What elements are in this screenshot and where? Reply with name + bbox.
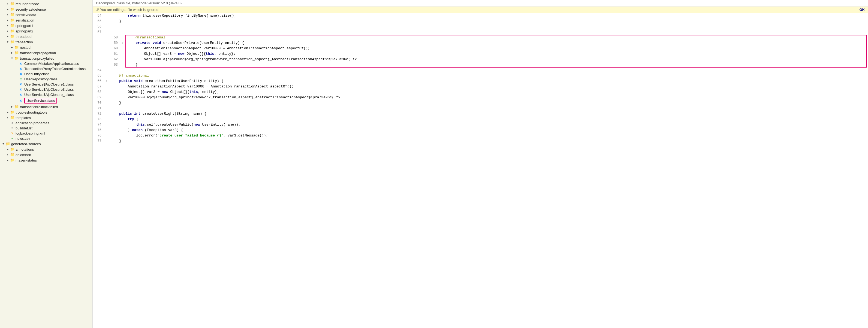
tree-arrow: ▶ xyxy=(5,153,10,156)
sidebar-item-generated-sources[interactable]: ▼📁generated-sources xyxy=(0,141,92,146)
sidebar-item-UserRepository[interactable]: IUserRepository.class xyxy=(0,76,92,82)
line-number: 63 xyxy=(109,62,120,68)
code-text: public int createUserRight(String name) … xyxy=(109,111,868,117)
tree-arrow: ▼ xyxy=(10,57,14,60)
sidebar-item-securitylastdefense[interactable]: ▶📁securitylastdefense xyxy=(0,6,92,12)
sidebar-item-TransactionProxyFailedController[interactable]: CTransactionProxyFailedController.class xyxy=(0,66,92,71)
code-text: } xyxy=(109,100,868,106)
sidebar-item-label: TransactionProxyFailedController.class xyxy=(24,67,86,71)
line-number: 57 xyxy=(93,29,103,35)
sidebar-item-news.csv[interactable]: ≡news.csv xyxy=(0,136,92,141)
sidebar-item-transactionpropagation[interactable]: ▶📁transactionpropagation xyxy=(0,50,92,56)
ok-button[interactable]: OK xyxy=(860,8,865,12)
info-bar: Decompiled .class file, bytecode version… xyxy=(93,0,868,6)
tree-arrow: ▶ xyxy=(10,51,14,55)
folder-icon: 📁 xyxy=(10,24,15,28)
file-tree[interactable]: ▶📁redundantcode▶📁securitylastdefense▶📁se… xyxy=(0,0,93,328)
code-text: @Transactional xyxy=(125,35,867,40)
sidebar-item-transactionrollbackfailed[interactable]: ▶📁transactionrollbackfailed xyxy=(0,104,92,109)
sidebar-item-delombok[interactable]: ▶📁delombok xyxy=(0,152,92,158)
folder-icon: 📁 xyxy=(10,40,15,44)
sidebar-item-sensitivedata[interactable]: ▶📁sensitivedata xyxy=(0,12,92,18)
line-number: 70 xyxy=(93,100,103,106)
code-line: 70 } xyxy=(93,100,868,106)
sidebar-item-logback-spring.xml[interactable]: Xlogback-spring.xml xyxy=(0,131,92,136)
line-number: 55 xyxy=(93,19,103,24)
csv-icon: ≡ xyxy=(10,137,15,140)
sidebar-item-label: generated-sources xyxy=(11,142,41,146)
code-line: 77 } xyxy=(93,138,868,144)
sidebar-item-label: sensitivedata xyxy=(16,13,36,17)
class-icon: C xyxy=(19,62,24,65)
sidebar-item-label: maven-status xyxy=(16,158,37,162)
code-line: 61 Object[] var3 = new Object[]{this, en… xyxy=(109,51,867,57)
tree-arrow: ▶ xyxy=(5,35,10,38)
code-line: 71 xyxy=(93,106,868,111)
code-text: } xyxy=(125,62,867,68)
folder-icon: 📁 xyxy=(14,45,19,50)
sidebar-item-label: threadpool xyxy=(16,35,32,39)
sidebar-item-springpart1[interactable]: ▶📁springpart1 xyxy=(0,23,92,28)
line-number: 56 xyxy=(93,24,103,29)
sidebar-item-label: news.csv xyxy=(16,136,30,140)
code-line: 55 } xyxy=(93,19,868,24)
code-line: 57 xyxy=(93,29,868,35)
sidebar-item-templates[interactable]: ▶📁templates xyxy=(0,115,92,121)
sidebar-item-UserServiceAjcClosure1[interactable]: CUserService$AjcClosure1.class xyxy=(0,82,92,87)
tree-arrow: ▶ xyxy=(5,116,10,119)
sidebar-item-springpart2[interactable]: ▶📁springpart2 xyxy=(0,28,92,34)
sidebar-item-transactionproxyfailed[interactable]: ▼📁transactionproxyfailed xyxy=(0,56,92,61)
class-icon: C xyxy=(19,93,24,96)
line-number: 72 xyxy=(93,111,103,117)
line-number: 75 xyxy=(93,128,103,133)
line-number: 61 xyxy=(109,51,120,57)
sidebar-item-troubleshootingtools[interactable]: ▶📁troubleshootingtools xyxy=(0,109,92,115)
folder-icon: 📁 xyxy=(14,105,19,109)
tree-arrow: ▶ xyxy=(5,8,10,11)
code-text: Object[] var3 = new Object[]{this, entit… xyxy=(125,51,867,57)
interface-icon: I xyxy=(19,78,24,81)
gutter-icon: ◇ xyxy=(103,78,109,84)
sidebar-item-threadpool[interactable]: ▶📁threadpool xyxy=(0,34,92,39)
sidebar-item-label: delombok xyxy=(16,153,31,157)
sidebar-item-UserServiceAjcClosure3[interactable]: CUserService$AjcClosure3.class xyxy=(0,87,92,92)
code-editor[interactable]: 54 return this.userRepository.findByName… xyxy=(93,13,868,328)
code-text: log.error("create user failed because {}… xyxy=(109,133,868,138)
line-number: 67 xyxy=(93,84,103,89)
code-line: 73 try { xyxy=(93,117,868,122)
folder-icon: 📁 xyxy=(10,2,15,6)
sidebar-item-transaction[interactable]: ▼📁transaction xyxy=(0,39,92,45)
code-text: AnnotationTransactionAspect var10000 = A… xyxy=(125,46,867,51)
sidebar-item-label: application.properties xyxy=(16,121,49,125)
sidebar-item-UserEntity[interactable]: CUserEntity.class xyxy=(0,71,92,76)
sidebar-item-nested[interactable]: ▶📁nested xyxy=(0,45,92,50)
sidebar-item-UserService[interactable]: CUserService.class xyxy=(0,97,92,104)
code-text: } xyxy=(109,138,868,144)
folder-icon: 📁 xyxy=(10,34,15,39)
line-number: 54 xyxy=(93,13,103,19)
tree-arrow: ▶ xyxy=(5,159,10,162)
code-text: try { xyxy=(109,117,868,122)
code-text: } xyxy=(109,19,868,24)
sidebar-item-builddef.lst[interactable]: ≡builddef.lst xyxy=(0,126,92,131)
code-line: 69 var10000.ajc$around$org_springframewo… xyxy=(93,95,868,100)
highlighted-code-region: 58 @Transactional59◇ private void create… xyxy=(109,35,867,68)
code-text: private void createUserPrivate(UserEntit… xyxy=(125,40,867,46)
sidebar-item-redundantcode[interactable]: ▶📁redundantcode xyxy=(0,1,92,6)
code-text: Object[] var3 = new Object[]{this, entit… xyxy=(109,89,868,95)
code-line: 62 var10000.ajc$around$org_springframewo… xyxy=(109,57,867,62)
sidebar-item-maven-status[interactable]: ▶📁maven-status xyxy=(0,158,92,163)
sidebar-item-annotations[interactable]: ▶📁annotations xyxy=(0,146,92,152)
line-number: 68 xyxy=(93,89,103,95)
sidebar-item-application.properties[interactable]: ⚙application.properties xyxy=(0,121,92,126)
tree-arrow: ▶ xyxy=(5,19,10,22)
sidebar-item-label: UserService.class xyxy=(24,98,57,103)
sidebar-item-serialization[interactable]: ▶📁serialization xyxy=(0,18,92,23)
line-number: 58 xyxy=(109,35,120,40)
tree-arrow: ▶ xyxy=(10,105,14,108)
sidebar-item-UserServiceAjcClosure_[interactable]: CUserService$AjcClosure_.class xyxy=(0,92,92,97)
line-number: 77 xyxy=(93,138,103,144)
sidebar-item-CommonMistakesApplication[interactable]: CCommonMistakesApplication.class xyxy=(0,61,92,66)
folder-icon: 📁 xyxy=(10,29,15,33)
sidebar-item-label: troubleshootingtools xyxy=(16,110,47,114)
